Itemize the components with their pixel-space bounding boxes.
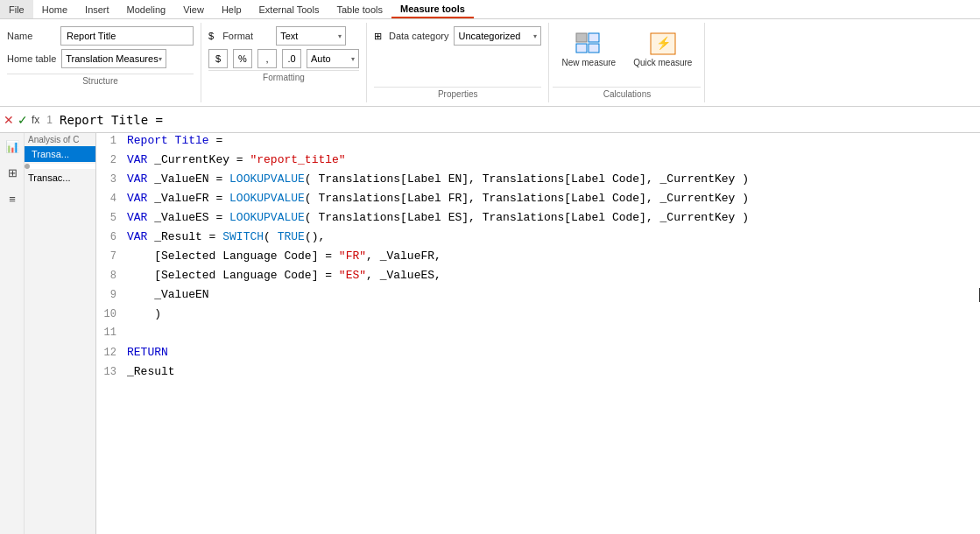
name-label: Name (7, 31, 55, 41)
code-line-11: 11 (96, 326, 980, 345)
line-content-9: _ValueEN (127, 288, 977, 301)
ribbon-home-table-row: Home table Translation Measures ▾ (7, 49, 194, 68)
scroll-thumb (25, 164, 30, 169)
format-buttons-row: $ % , .0 Auto ▾ (208, 49, 359, 68)
line-content-5: VAR _ValueES = LOOKUPVALUE( Translations… (127, 211, 980, 224)
comma-button[interactable]: , (257, 49, 277, 68)
line-content-6: VAR _Result = SWITCH( TRUE(), (127, 230, 980, 243)
line-num-3: 3 (96, 173, 127, 186)
ribbon-structure-group: Name Home table Translation Measures ▾ S… (0, 23, 201, 102)
ribbon-calculations-group: New measure ⚡ Quick measure Calculations (549, 23, 705, 102)
line-num-10: 10 (96, 308, 127, 320)
line-content-4: VAR _ValueFR = LOOKUPVALUE( Translations… (127, 192, 980, 205)
menu-insert[interactable]: Insert (76, 0, 118, 18)
ribbon-properties-group: ⊞ Data category Uncategorized ▾ Properti… (367, 23, 549, 102)
menu-home[interactable]: Home (33, 0, 76, 18)
line-num-9: 9 (96, 289, 127, 301)
category-icon: ⊞ (374, 31, 382, 42)
formatting-group-label: Formatting (208, 70, 359, 82)
new-measure-button[interactable]: New measure (553, 26, 624, 73)
line-num-11: 11 (96, 327, 127, 339)
formula-bar: ✕ ✓ fx 1 Report Title = (0, 107, 980, 133)
svg-rect-2 (576, 44, 587, 53)
main-area: 📊 ⊞ ≡ Analysis of C Transa... Transac...… (0, 133, 980, 534)
dropdown-arrow-icon: ▾ (159, 55, 162, 63)
calc-buttons: New measure ⚡ Quick measure (553, 26, 701, 85)
line-content-3: VAR _ValueEN = LOOKUPVALUE( Translations… (127, 172, 980, 186)
bar-chart-icon[interactable]: 📊 (0, 133, 25, 159)
ribbon-name-row: Name (7, 26, 194, 46)
code-line-8: 8 [Selected Language Code] = "ES", _Valu… (96, 268, 980, 287)
percent-button[interactable]: % (233, 49, 252, 68)
line-content-12: RETURN (127, 346, 980, 359)
quick-measure-icon: ⚡ (649, 32, 677, 56)
format-dropdown[interactable]: Text ▾ (276, 26, 346, 46)
menu-external-tools[interactable]: External Tools (250, 0, 328, 18)
properties-group-label: Properties (374, 87, 541, 99)
analysis-label: Analysis of C (25, 133, 95, 146)
code-line-1: 1 Report Title = (96, 133, 980, 152)
structure-group-label: Structure (7, 74, 194, 86)
data-category-label: Data category (389, 31, 448, 41)
menu-view[interactable]: View (174, 0, 213, 18)
home-table-value: Translation Measures (66, 53, 158, 64)
svg-rect-0 (576, 33, 587, 42)
ribbon-formatting-group: $ Format Text ▾ $ % , .0 Auto ▾ Formatti… (201, 23, 367, 102)
line-num-8: 8 (96, 270, 127, 282)
line-num-12: 12 (96, 347, 127, 359)
line-content-2: VAR _CurrentKey = "report_title" (127, 153, 980, 166)
data-category-row: ⊞ Data category Uncategorized ▾ (374, 26, 541, 46)
formula-confirm-icon[interactable]: ✓ (18, 113, 28, 127)
menu-file[interactable]: File (0, 0, 33, 18)
format-arrow-icon: ▾ (338, 32, 342, 40)
data-category-dropdown[interactable]: Uncategorized ▾ (454, 26, 541, 46)
calculations-group-label: Calculations (553, 87, 701, 99)
dollar-button[interactable]: $ (208, 49, 228, 68)
formula-content: Report Title = (60, 113, 163, 127)
line-content-13: _Result (127, 365, 980, 378)
formula-cancel-icon[interactable]: ✕ (4, 113, 14, 127)
menu-measure-tools[interactable]: Measure tools (391, 0, 474, 18)
line-content-1: Report Title = (127, 134, 980, 147)
panel-area: Analysis of C Transa... Transac... (25, 133, 95, 534)
code-line-4: 4 VAR _ValueFR = LOOKUPVALUE( Translatio… (96, 191, 980, 210)
category-arrow-icon: ▾ (533, 32, 537, 40)
line-num-5: 5 (96, 212, 127, 224)
code-editor[interactable]: 1 Report Title = 2 VAR _CurrentKey = "re… (96, 133, 980, 534)
quick-measure-button[interactable]: ⚡ Quick measure (624, 26, 701, 73)
line-num-13: 13 (96, 366, 127, 378)
home-table-label: Home table (7, 53, 56, 64)
format-value: Text (280, 31, 298, 41)
list-icon[interactable]: ≡ (0, 186, 25, 212)
quick-measure-label: Quick measure (633, 58, 692, 67)
transactions-list-item[interactable]: Transac... (25, 171, 95, 185)
auto-dropdown[interactable]: Auto ▾ (307, 49, 359, 68)
line-num-2: 2 (96, 154, 127, 166)
svg-rect-1 (589, 33, 599, 42)
code-line-12: 12 RETURN (96, 345, 980, 364)
auto-label: Auto (311, 53, 331, 64)
code-line-2: 2 VAR _CurrentKey = "report_title" (96, 152, 980, 172)
decimal-button[interactable]: .0 (282, 49, 301, 68)
line-content-10: ) (127, 307, 980, 320)
ribbon: Name Home table Translation Measures ▾ S… (0, 19, 980, 107)
code-line-7: 7 [Selected Language Code] = "FR", _Valu… (96, 249, 980, 268)
new-measure-label: New measure (561, 58, 616, 67)
data-category-value: Uncategorized (458, 31, 520, 41)
transactions-tab[interactable]: Transa... (25, 146, 95, 162)
menu-modeling[interactable]: Modeling (118, 0, 175, 18)
line-num-1: 1 (96, 135, 127, 147)
formula-line-number: 1 (46, 114, 53, 126)
home-table-dropdown[interactable]: Translation Measures ▾ (61, 49, 166, 68)
table-icon[interactable]: ⊞ (0, 159, 25, 186)
line-content-8: [Selected Language Code] = "ES", _ValueE… (127, 269, 980, 282)
svg-text:⚡: ⚡ (655, 36, 671, 51)
line-content-7: [Selected Language Code] = "FR", _ValueF… (127, 249, 980, 263)
line-num-4: 4 (96, 193, 127, 205)
icon-column: 📊 ⊞ ≡ (0, 133, 25, 534)
menu-help[interactable]: Help (213, 0, 250, 18)
menu-table-tools[interactable]: Table tools (328, 0, 391, 18)
svg-rect-3 (589, 44, 599, 53)
name-input[interactable] (60, 26, 194, 46)
format-label: Format (222, 31, 271, 41)
